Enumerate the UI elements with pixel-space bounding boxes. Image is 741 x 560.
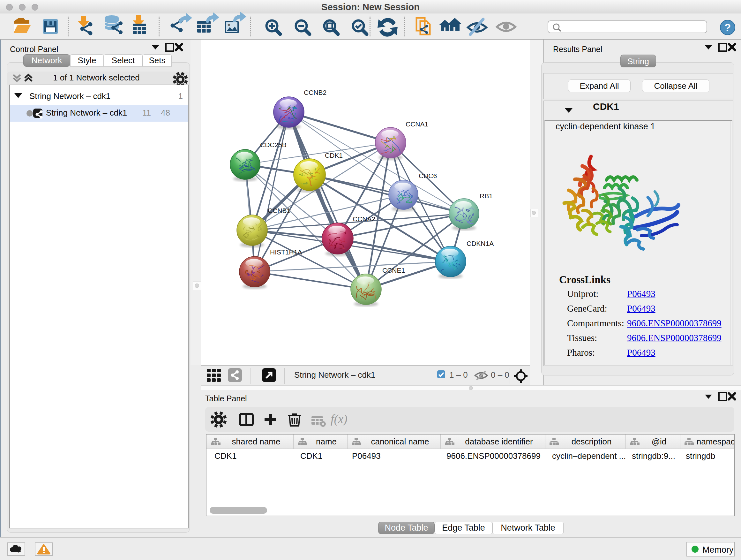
svg-text:CCNA2: CCNA2 <box>353 215 375 223</box>
svg-text:CCNB2: CCNB2 <box>304 89 327 96</box>
svg-text:CDC6: CDC6 <box>419 172 437 179</box>
svg-text:CDKN1A: CDKN1A <box>467 240 494 247</box>
svg-text:CCNB1: CCNB1 <box>268 207 290 214</box>
svg-text:RB1: RB1 <box>480 192 493 199</box>
svg-text:CDC25B: CDC25B <box>260 141 286 148</box>
svg-text:HIST1H1A: HIST1H1A <box>270 248 302 256</box>
svg-text:CCNE1: CCNE1 <box>382 266 405 274</box>
svg-text:CCNA1: CCNA1 <box>406 120 428 128</box>
svg-text:CDK1: CDK1 <box>325 152 343 159</box>
